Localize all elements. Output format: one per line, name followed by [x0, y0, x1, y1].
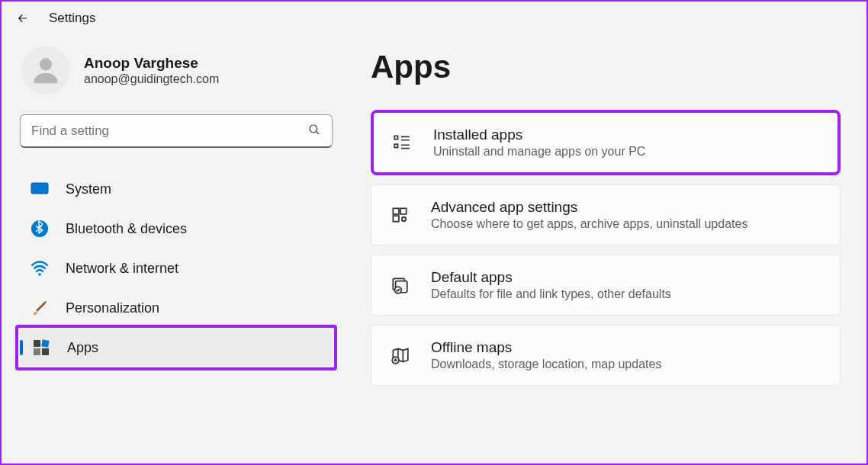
system-icon	[31, 180, 49, 198]
installed-apps-icon	[391, 131, 413, 154]
apps-icon	[32, 338, 50, 357]
card-desc: Uninstall and manage apps on your PC	[433, 145, 645, 159]
nav-label: System	[66, 181, 111, 197]
svg-rect-13	[400, 208, 407, 214]
search-field[interactable]	[31, 123, 307, 139]
nav-label: Bluetooth & devices	[66, 221, 187, 237]
wifi-icon	[31, 259, 49, 277]
offline-maps-icon	[388, 344, 411, 367]
svg-rect-12	[393, 208, 399, 214]
user-profile[interactable]: Anoop Varghese anoop@guidingtech.com	[20, 46, 333, 114]
svg-rect-14	[393, 216, 399, 222]
svg-rect-8	[34, 348, 40, 355]
card-desc: Downloads, storage location, map updates	[431, 358, 661, 371]
card-title: Offline maps	[431, 339, 661, 356]
nav-label: Network & internet	[66, 261, 178, 277]
window-title: Settings	[49, 11, 95, 26]
card-desc: Choose where to get apps, archive apps, …	[431, 217, 747, 231]
card-desc: Defaults for file and link types, other …	[431, 287, 671, 301]
svg-rect-6	[34, 340, 40, 347]
card-title: Installed apps	[433, 127, 645, 143]
active-indicator	[20, 340, 23, 355]
svg-point-15	[402, 217, 406, 221]
nav-label: Apps	[67, 340, 98, 356]
svg-rect-9	[42, 348, 49, 355]
profile-name: Anoop Varghese	[84, 55, 219, 72]
svg-rect-7	[41, 339, 49, 347]
nav-system[interactable]: System	[20, 171, 333, 207]
svg-rect-11	[394, 144, 397, 147]
profile-email: anoop@guidingtech.com	[84, 72, 219, 86]
svg-rect-2	[31, 183, 48, 194]
card-installed-apps[interactable]: Installed apps Uninstall and manage apps…	[371, 110, 841, 175]
nav-apps[interactable]: Apps	[20, 329, 333, 366]
avatar	[21, 46, 70, 95]
svg-point-4	[31, 220, 48, 237]
svg-point-1	[310, 125, 317, 133]
search-icon	[307, 123, 321, 140]
card-offline-maps[interactable]: Offline maps Downloads, storage location…	[371, 325, 841, 386]
nav-label: Personalization	[66, 300, 159, 316]
nav-network[interactable]: Network & internet	[20, 250, 333, 287]
back-button[interactable]	[15, 11, 31, 26]
bluetooth-icon	[31, 220, 49, 238]
svg-point-5	[38, 273, 41, 276]
nav-bluetooth[interactable]: Bluetooth & devices	[20, 210, 333, 247]
card-title: Advanced app settings	[431, 199, 747, 216]
card-title: Default apps	[431, 269, 671, 286]
nav-personalization[interactable]: Personalization	[20, 290, 333, 326]
default-apps-icon	[388, 274, 411, 297]
brush-icon	[31, 299, 49, 317]
card-advanced-settings[interactable]: Advanced app settings Choose where to ge…	[371, 184, 841, 245]
page-title: Apps	[371, 49, 841, 85]
search-input[interactable]	[20, 114, 333, 148]
svg-point-0	[40, 58, 52, 70]
card-default-apps[interactable]: Default apps Defaults for file and link …	[371, 255, 841, 316]
advanced-settings-icon	[388, 204, 411, 226]
svg-rect-10	[394, 136, 397, 139]
